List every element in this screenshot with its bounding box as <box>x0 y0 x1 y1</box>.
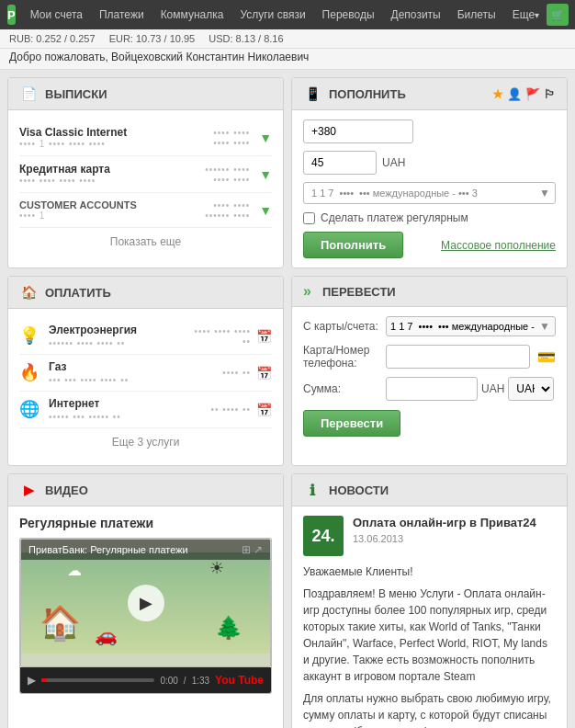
news-article-title: Оплата онлайн-игр в Приват24 <box>353 516 536 531</box>
novosti-header: ℹ НОВОСТИ <box>292 474 567 506</box>
phone-icon: 📱 <box>303 85 321 103</box>
account-dropdown-icon[interactable]: ▼ <box>539 187 550 199</box>
electric-amount: •••• •••• •••• <box>194 326 251 336</box>
account-bal2-customer: •••••• •••• <box>205 210 250 221</box>
vypiski-title: ВЫПИСКИ <box>45 87 107 101</box>
gas-sub: ••• ••• •••• •••• •• <box>49 375 222 385</box>
nav-item-payments[interactable]: Платежи <box>92 0 152 29</box>
news-date: 13.06.2013 <box>353 533 536 544</box>
video-title: Регулярные платежи <box>19 516 272 530</box>
nav-items: Мои счета Платежи Коммуналка Услуги связ… <box>23 0 547 29</box>
card-icon: 💳 <box>537 348 556 366</box>
usd-rate: USD: 8.13 / 8.16 <box>209 33 283 44</box>
from-account-select[interactable] <box>386 316 556 336</box>
currency-select[interactable]: UAH USD EUR <box>508 377 554 401</box>
perevesti-title: ПЕРЕВЕСТИ <box>322 285 396 299</box>
nav-item-accounts[interactable]: Мои счета <box>23 0 90 29</box>
mass-link[interactable]: Массовое пополнение <box>441 239 556 252</box>
account-bal2-credit: •••• •••• <box>205 175 250 185</box>
popolnit-actions: Пополнить Массовое пополнение <box>303 232 556 258</box>
house-icon: 🏠 <box>39 604 81 643</box>
cloud-icon: ☁ <box>67 562 82 579</box>
card-row: Карта/Номер телефона: 💳 <box>303 344 556 370</box>
news-para1: Поздравляем! В меню Услуги - Оплата онла… <box>303 586 556 685</box>
nav-item-more[interactable]: Еще <box>505 0 547 29</box>
account-select-input[interactable] <box>303 182 556 204</box>
video-container: ПриватБанк: Регулярные платежи ⊞ ↗ ☁ ☀ 🏠… <box>19 538 272 694</box>
oplatit-body: 💡 Электроэнергия •••••• •••• •••• •• •••… <box>8 309 283 465</box>
account-name-visa: Visa Classic Internet <box>19 126 127 139</box>
expand-credit-btn[interactable]: ▼ <box>259 167 272 182</box>
nav-item-services[interactable]: Услуги связи <box>232 0 312 29</box>
video-progress-bar[interactable] <box>41 678 154 682</box>
more-services-btn[interactable]: Еще 3 услуги <box>19 428 272 456</box>
vypiski-panel: 📄 ВЫПИСКИ Visa Classic Internet •••• 1 •… <box>7 77 284 268</box>
novosti-title-header: НОВОСТИ <box>329 483 389 497</box>
amount-input[interactable] <box>303 151 377 175</box>
news-logo-text: 24. <box>311 527 334 546</box>
info-icon: ℹ <box>303 481 321 499</box>
video-header-text: ПриватБанк: Регулярные платежи <box>28 544 188 555</box>
nav-item-tickets[interactable]: Билеты <box>450 0 503 29</box>
oplatit-header: 🏠 ОПЛАТИТЬ <box>8 277 283 309</box>
nav-right: 🛒 ? 1 Выход <box>547 4 575 26</box>
novosti-body: 24. Оплата онлайн-игр в Приват24 13.06.2… <box>292 506 567 728</box>
card-number-input[interactable] <box>386 345 530 369</box>
video-play-btn[interactable]: ▶ <box>128 585 164 621</box>
welcome-text: Добро пожаловать, Войцеховский Константи… <box>9 51 309 63</box>
account-num-credit: •••• •••• •••• •••• <box>19 176 110 186</box>
welcome-bar: Добро пожаловать, Войцеховский Константи… <box>0 49 575 70</box>
sum-label: Сумма: <box>303 382 386 395</box>
regular-payment-checkbox[interactable] <box>303 212 315 224</box>
video-body: Регулярные платежи ПриватБанк: Регулярны… <box>8 506 283 703</box>
vypiski-header: 📄 ВЫПИСКИ <box>8 78 283 110</box>
service-row-electric: 💡 Электроэнергия •••••• •••• •••• •• •••… <box>19 318 272 355</box>
gas-name: Газ <box>49 360 222 373</box>
oplatit-panel: 🏠 ОПЛАТИТЬ 💡 Электроэнергия •••••• •••• … <box>7 276 284 466</box>
car-icon: 🚗 <box>95 624 118 646</box>
account-name-customer: CUSTOMER ACCOUNTS <box>19 199 137 210</box>
video-time-current: 0:00 <box>160 676 177 686</box>
share-icon[interactable]: ⊞ ↗ <box>242 543 263 556</box>
video-header: ▶ ВИДЕО <box>8 474 283 506</box>
internet-icon: 🌐 <box>19 399 41 421</box>
internet-sub: ••••• ••• ••••• •• <box>49 412 210 422</box>
video-play-control[interactable]: ▶ <box>28 674 36 687</box>
nav-item-deposits[interactable]: Депозиты <box>384 0 448 29</box>
internet-name: Интернет <box>49 397 210 410</box>
nav-item-utility[interactable]: Коммуналка <box>153 0 231 29</box>
sun-icon: ☀ <box>209 558 224 578</box>
expand-customer-btn[interactable]: ▼ <box>259 203 272 218</box>
youtube-icon: You Tube <box>215 674 264 687</box>
arrows-icon: » <box>303 283 311 300</box>
card-label: Карта/Номер телефона: <box>303 344 386 370</box>
news-header: 24. Оплата онлайн-игр в Приват24 13.06.2… <box>303 516 556 556</box>
show-more-btn[interactable]: Показать еще <box>19 228 272 256</box>
internet-amount: •• •••• •• <box>210 404 251 415</box>
nav-item-transfers[interactable]: Переводы <box>315 0 382 29</box>
account-bal2-visa: •••• •••• <box>213 138 250 148</box>
popolnit-icons: ★ 👤 🚩 🏳 <box>492 87 556 101</box>
document-icon: 📄 <box>19 85 38 103</box>
account-name-credit: Кредитная карта <box>19 163 110 176</box>
popolnit-panel: 📱 ПОПОЛНИТЬ ★ 👤 🚩 🏳 UAH <box>291 77 568 268</box>
novosti-panel: ℹ НОВОСТИ 24. Оплата онлайн-игр в Приват… <box>291 473 568 728</box>
account-num-visa: •••• 1 •••• •••• •••• <box>19 139 127 149</box>
expand-visa-btn[interactable]: ▼ <box>259 131 272 145</box>
video-time-sep: / <box>184 676 186 686</box>
phone-input[interactable] <box>303 119 413 143</box>
electric-calendar-icon[interactable]: 📅 <box>256 329 272 344</box>
gas-calendar-icon[interactable]: 📅 <box>256 366 272 381</box>
popolnit-title: ПОПОЛНИТЬ <box>329 87 406 101</box>
cart-icon[interactable]: 🛒 <box>547 4 569 26</box>
play-icon: ▶ <box>19 481 38 499</box>
account-row-customer: CUSTOMER ACCOUNTS •••• 1 •••• •••• •••••… <box>19 193 272 228</box>
internet-calendar-icon[interactable]: 📅 <box>256 403 272 417</box>
perevesti-btn[interactable]: Перевести <box>303 410 400 437</box>
from-dropdown-icon[interactable]: ▼ <box>539 320 550 333</box>
tree-icon: 🌲 <box>215 615 242 641</box>
popolnit-btn[interactable]: Пополнить <box>303 232 403 258</box>
account-row-visa: Visa Classic Internet •••• 1 •••• •••• •… <box>19 119 272 156</box>
video-thumbnail[interactable]: ПриватБанк: Регулярные платежи ⊞ ↗ ☁ ☀ 🏠… <box>20 539 271 667</box>
sum-input[interactable] <box>386 377 478 401</box>
